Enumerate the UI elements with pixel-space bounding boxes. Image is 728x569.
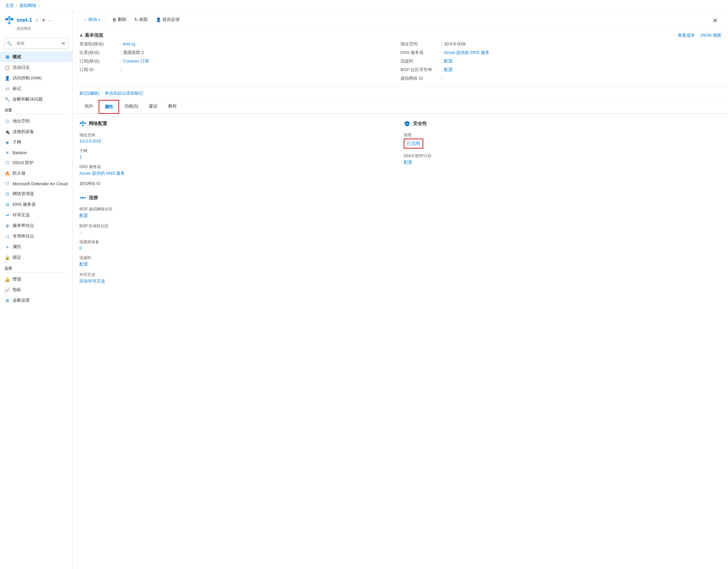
tab-properties[interactable]: 属性 <box>99 100 119 114</box>
prop-peering: 对等互连 添加对等互连 <box>79 272 397 284</box>
sidebar-item-priv-endpoint[interactable]: ◁ 专用终结点 <box>0 231 72 241</box>
prop-flow-timeout: 流超时 配置 <box>79 255 397 267</box>
move-chevron: ▾ <box>98 18 100 22</box>
refresh-button[interactable]: ↻ 刷新 <box>131 15 151 24</box>
resource-subtitle: 虚拟网络 <box>5 26 68 31</box>
tab-suggestions[interactable]: 建议 <box>144 100 163 113</box>
svg-point-15 <box>80 197 81 198</box>
tags-edit-link[interactable]: 标记(编辑) <box>79 90 100 96</box>
sidebar-item-svc-endpoint[interactable]: ⊕ 服务终结点 <box>0 220 72 231</box>
network-config-icon <box>79 120 86 127</box>
tab-features[interactable]: 功能(5) <box>119 100 144 113</box>
expand-icon[interactable]: ∧ <box>79 33 83 38</box>
sidebar-item-properties[interactable]: ≡ 属性 <box>0 241 72 252</box>
breadcrumb-vnet[interactable]: 虚拟网络 <box>19 3 36 9</box>
sidebar-item-alerts[interactable]: 🔔 警报 <box>0 274 72 285</box>
sidebar-item-peering[interactable]: ⇌ 对等互连 <box>0 210 72 220</box>
sidebar-item-bastion[interactable]: ✕ Bastion <box>0 148 72 157</box>
prop-encryption-value[interactable]: 已启用 <box>407 141 420 146</box>
prop-bgp-community-value[interactable]: 配置 <box>79 213 88 218</box>
feedback-icon: 👤 <box>156 17 161 22</box>
dns-icon: ⊟ <box>5 202 10 207</box>
sidebar: vnet-1 ☆ ✦ ··· 虚拟网络 🔍 ≪ ⊞ 概述 <box>0 12 73 569</box>
info-grid: 资源组(移动) : test-rg 位置(移动) : 美国东部 2 订阅(移动)… <box>73 41 728 87</box>
sidebar-label-iam: 访问控制 (IAM) <box>13 75 41 81</box>
sidebar-item-dns-server[interactable]: ⊟ DNS 服务器 <box>0 199 72 210</box>
sidebar-item-iam[interactable]: 👤 访问控制 (IAM) <box>0 73 72 83</box>
overview-icon: ⊞ <box>5 54 10 60</box>
info-row-bgp: BGP 社区字符串 : 配置 <box>400 67 721 73</box>
prop-dns-value[interactable]: Azure 提供的 DNS 服务 <box>79 171 125 176</box>
sidebar-item-locks[interactable]: 🔒 锁定 <box>0 252 72 263</box>
info-row-address: 地址空间 : 10.0.0.0/16 <box>400 41 721 47</box>
addr-value: 10.0.0.0/16 <box>444 41 466 46</box>
search-icon: 🔍 <box>7 41 12 46</box>
sidebar-label-svc-endpoint: 服务终结点 <box>13 223 34 229</box>
resource-name: vnet-1 <box>17 17 32 23</box>
svg-rect-3 <box>8 22 11 24</box>
tab-tutorial[interactable]: 教程 <box>163 100 182 113</box>
iam-icon: 👤 <box>5 75 10 81</box>
dns-value[interactable]: Azure 提供的 DNS 服务 <box>444 50 489 56</box>
json-view-link[interactable]: JSON 视图 <box>700 32 721 38</box>
netmgr-icon: ⊡ <box>5 191 10 197</box>
delete-button[interactable]: 🗑 删除 <box>109 15 130 24</box>
breadcrumb-home[interactable]: 主页 <box>5 3 14 9</box>
feedback-button[interactable]: 👤 提供反馈 <box>153 15 183 24</box>
sidebar-item-metrics[interactable]: 📈 指标 <box>0 285 72 295</box>
breadcrumb-sep-1: › <box>16 3 17 8</box>
prop-encryption: 加密 已启用 <box>404 132 721 149</box>
sidebar-item-diag-settings[interactable]: ⊞ 诊断设置 <box>0 295 72 306</box>
sidebar-item-tags[interactable]: 🏷 标记 <box>0 83 72 94</box>
sidebar-item-ddos[interactable]: 🛡 DDoS 防护 <box>0 157 72 168</box>
move-button[interactable]: → 移动 ▾ <box>79 15 103 24</box>
sub-value[interactable]: Contoso 订阅 <box>123 58 149 64</box>
sidebar-item-defender[interactable]: 🛡 Microsoft Defender for Cloud <box>0 179 72 189</box>
prop-bgp-regional: BGP 区域性社区 - <box>79 223 397 235</box>
sidebar-item-diagnose[interactable]: 🔧 诊断和解决问题 <box>0 94 72 105</box>
prop-encryption-label: 加密 <box>404 132 721 138</box>
more-icon[interactable]: ··· <box>48 18 52 23</box>
sidebar-label-diag-settings: 诊断设置 <box>13 297 30 303</box>
search-input[interactable] <box>14 39 59 47</box>
info-row-resource-group: 资源组(移动) : test-rg <box>79 41 400 47</box>
breadcrumb-sep-2: › <box>38 3 40 8</box>
sidebar-item-overview[interactable]: ⊞ 概述 <box>0 52 72 62</box>
prop-subnet-label: 子网 <box>79 148 397 154</box>
sidebar-item-connected-devices[interactable]: 🔌 连接的设备 <box>0 126 72 137</box>
collapse-icon[interactable]: ≪ <box>61 41 66 46</box>
svc-endpoint-icon: ⊕ <box>5 223 10 228</box>
prop-addr-value[interactable]: 10.0.0.0/16 <box>79 139 101 144</box>
tab-topology[interactable]: 拓扑 <box>79 100 99 113</box>
vnet-icon <box>5 16 14 25</box>
rg-value[interactable]: test-rg <box>123 41 135 46</box>
sidebar-label-priv-endpoint: 专用终结点 <box>13 233 34 239</box>
prop-ddos-value[interactable]: 配置 <box>404 160 412 165</box>
tags-add-link[interactable]: 单击此处以添加标记 <box>105 90 143 96</box>
sidebar-item-firewall[interactable]: 🔥 防火墙 <box>0 168 72 179</box>
prop-connected-devices-value[interactable]: 0 <box>79 245 82 250</box>
sidebar-item-subnet[interactable]: ◈ 子网 <box>0 137 72 148</box>
sidebar-item-address-space[interactable]: ⟨⟩ 地址空间 <box>0 116 72 126</box>
pin-icon[interactable]: ☆ <box>35 18 39 23</box>
info-row-location: 位置(移动) : 美国东部 2 <box>79 50 400 56</box>
feedback-label: 提供反馈 <box>162 17 180 22</box>
prop-flow-timeout-value[interactable]: 配置 <box>79 262 88 267</box>
prop-subnet-value[interactable]: 1 <box>79 154 82 159</box>
info-row-subscription: 订阅(移动) : Contoso 订阅 <box>79 58 400 64</box>
sidebar-item-activity-log[interactable]: 📋 活动日志 <box>0 62 72 73</box>
prop-ddos-plan: DDoS 防护计划 配置 <box>404 153 721 165</box>
close-button[interactable]: ✕ <box>712 17 718 24</box>
timeout-value[interactable]: 配置 <box>444 58 453 64</box>
info-row-timeout: 流超时 : 配置 <box>400 58 721 64</box>
view-cost-link[interactable]: 查看成本 <box>678 32 695 38</box>
prop-peering-value[interactable]: 添加对等互连 <box>79 279 105 284</box>
sidebar-item-netmgr[interactable]: ⊡ 网络管理器 <box>0 189 72 199</box>
sidebar-label-activity-log: 活动日志 <box>13 65 30 70</box>
address-space-icon: ⟨⟩ <box>5 118 10 124</box>
encryption-highlight-box: 已启用 <box>404 139 423 149</box>
prop-connected-devices-label: 连接的设备 <box>79 239 397 245</box>
sidebar-label-subnet: 子网 <box>13 139 21 145</box>
star-icon[interactable]: ✦ <box>42 18 46 23</box>
bgp-value[interactable]: 配置 <box>444 67 453 73</box>
